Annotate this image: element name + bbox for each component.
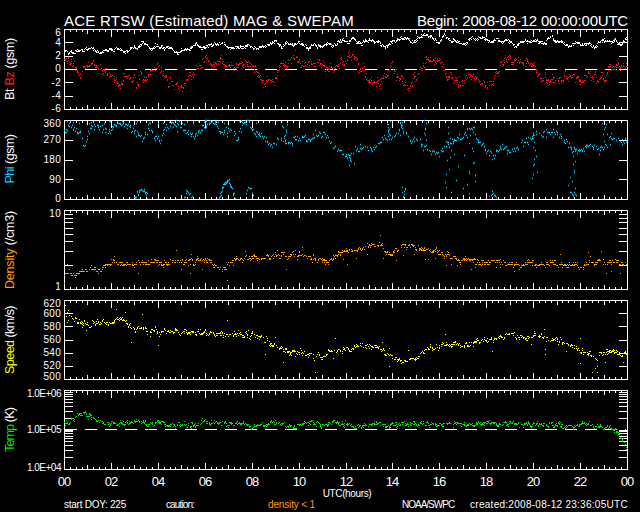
svg-text:500: 500 xyxy=(43,371,61,382)
svg-text:caution:: caution: xyxy=(166,499,194,510)
svg-text:16: 16 xyxy=(433,474,446,489)
svg-text:0: 0 xyxy=(55,63,61,74)
svg-text:620: 620 xyxy=(43,298,61,309)
svg-text:1.0E+06: 1.0E+06 xyxy=(27,388,62,399)
svg-text:22: 22 xyxy=(574,474,587,489)
svg-text:NOAA/SWPC: NOAA/SWPC xyxy=(402,499,455,510)
svg-text:4: 4 xyxy=(55,37,61,48)
svg-text:2: 2 xyxy=(55,50,61,61)
svg-text:10: 10 xyxy=(293,474,306,489)
svg-text:-6: -6 xyxy=(52,103,62,114)
svg-text:Begin: 2008-08-12 00:00:00UTC: Begin: 2008-08-12 00:00:00UTC xyxy=(417,12,628,29)
svg-text:created:2008-08-12 23:36:05UTC: created:2008-08-12 23:36:05UTC xyxy=(470,499,628,510)
svg-text:-2: -2 xyxy=(52,77,62,88)
svg-text:1.0E+04: 1.0E+04 xyxy=(27,462,62,473)
svg-text:UTC(hours): UTC(hours) xyxy=(323,488,372,499)
svg-text:00: 00 xyxy=(621,474,634,489)
svg-text:10: 10 xyxy=(49,208,61,219)
svg-text:Temp (K): Temp (K) xyxy=(3,407,17,452)
svg-text:520: 520 xyxy=(43,360,61,371)
svg-text:20: 20 xyxy=(527,474,540,489)
svg-text:06: 06 xyxy=(199,474,212,489)
svg-text:Bt Bz (gsm): Bt Bz (gsm) xyxy=(3,38,17,100)
svg-text:580: 580 xyxy=(43,321,61,332)
svg-text:04: 04 xyxy=(152,474,165,489)
svg-text:Speed (km/s): Speed (km/s) xyxy=(3,306,17,374)
svg-text:08: 08 xyxy=(246,474,259,489)
svg-text:180: 180 xyxy=(43,154,61,165)
svg-text:Density (/cm3): Density (/cm3) xyxy=(3,211,17,289)
svg-text:560: 560 xyxy=(43,334,61,345)
svg-text:12: 12 xyxy=(340,474,353,489)
svg-text:00: 00 xyxy=(58,474,71,489)
svg-text:density < 1: density < 1 xyxy=(268,499,316,510)
svg-text:14: 14 xyxy=(386,474,399,489)
svg-text:540: 540 xyxy=(43,347,61,358)
svg-text:Phi (gsm): Phi (gsm) xyxy=(3,134,17,183)
svg-text:1.0E+05: 1.0E+05 xyxy=(27,424,62,435)
svg-text:start DOY: 225: start DOY: 225 xyxy=(64,499,127,510)
svg-text:360: 360 xyxy=(43,118,61,129)
svg-text:ACE RTSW (Estimated) MAG & SWE: ACE RTSW (Estimated) MAG & SWEPAM xyxy=(64,12,354,29)
svg-text:02: 02 xyxy=(105,474,118,489)
svg-text:270: 270 xyxy=(43,134,61,145)
svg-text:90: 90 xyxy=(49,174,61,185)
svg-text:18: 18 xyxy=(480,474,493,489)
svg-text:0: 0 xyxy=(55,193,61,204)
svg-text:6: 6 xyxy=(55,27,61,38)
svg-text:1: 1 xyxy=(55,281,61,292)
svg-text:-4: -4 xyxy=(52,90,62,101)
